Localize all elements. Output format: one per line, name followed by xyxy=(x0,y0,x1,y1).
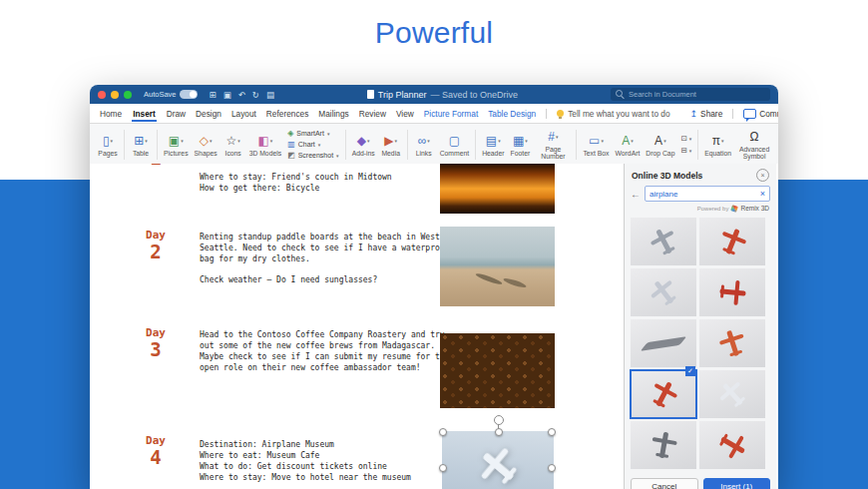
close-panel-icon[interactable]: × xyxy=(756,169,769,182)
ribbon-item-drop-cap[interactable]: A▾ Drop Cap xyxy=(646,133,674,157)
save-icon[interactable]: ▣ xyxy=(223,90,231,100)
tab-design[interactable]: Design xyxy=(196,109,221,119)
resize-handle-n[interactable] xyxy=(495,428,503,436)
tell-me-control[interactable]: Tell me what you want to do xyxy=(557,109,669,119)
chevron-down-icon[interactable]: ▾ xyxy=(336,153,339,159)
ribbon-item-pages[interactable]: ▯▾ Pages xyxy=(98,133,118,157)
day-3-label[interactable]: Day 3 xyxy=(134,327,178,359)
comments-button[interactable]: Comments xyxy=(743,109,778,119)
minimize-window-button[interactable] xyxy=(111,91,119,99)
apps-grid-icon[interactable]: ⊞ xyxy=(210,90,217,100)
back-arrow-icon[interactable]: ← xyxy=(631,189,641,200)
document-canvas[interactable]: Day 1 Where to stay: Friend's couch in M… xyxy=(90,164,624,489)
chevron-down-icon[interactable]: ▾ xyxy=(689,136,692,142)
document-line[interactable]: What to do: Get discount tickets online xyxy=(200,461,451,472)
ribbon-item-media[interactable]: ▶▾ Media xyxy=(381,133,401,157)
tab-mailings[interactable]: Mailings xyxy=(318,109,348,119)
document-paragraph[interactable]: Head to the Contoso Coffee Company Roast… xyxy=(200,329,451,373)
ribbon-item-links[interactable]: ∞▾ Links xyxy=(414,133,434,157)
ribbon-item-wordart[interactable]: A▾ WordArt xyxy=(616,133,641,157)
ribbon-item-3d-models[interactable]: ◧▾ 3D Models xyxy=(249,133,282,157)
share-button[interactable]: ↥ Share xyxy=(690,109,723,119)
ribbon-item-screenshot[interactable]: ◩ Screenshot ▾ xyxy=(287,151,339,160)
chevron-down-icon[interactable]: ▾ xyxy=(631,138,634,144)
chevron-down-icon[interactable]: ▾ xyxy=(327,131,330,137)
tab-insert[interactable]: Insert xyxy=(132,106,157,122)
document-paragraph[interactable]: Renting standup paddle boards at the bea… xyxy=(200,232,451,264)
resize-handle-e[interactable] xyxy=(548,464,556,472)
chevron-down-icon[interactable]: ▾ xyxy=(145,138,148,144)
model-tile-7-selected[interactable]: ✓ xyxy=(631,370,696,418)
ribbon-item-header[interactable]: ▤▾ Header xyxy=(482,133,504,157)
resize-handle-ne[interactable] xyxy=(548,428,556,436)
clear-search-icon[interactable]: × xyxy=(760,190,765,199)
day-4-text[interactable]: Destination: Airplane Museum Where to ea… xyxy=(200,439,451,483)
tab-home[interactable]: Home xyxy=(100,109,122,119)
document-line[interactable]: Where to stay: Friend's couch in Midtown xyxy=(200,172,451,183)
ribbon-item-advanced-symbol[interactable]: Ω Advanced Symbol xyxy=(737,129,771,160)
chevron-down-icon[interactable]: ▾ xyxy=(367,138,370,144)
ribbon-item-pictures[interactable]: ▣▾ Pictures xyxy=(164,133,189,157)
redo-icon[interactable]: ↻ xyxy=(252,90,259,100)
ribbon-item-add-ins[interactable]: ◆▾ Add-ins xyxy=(352,133,375,157)
document-line[interactable]: How to get there: Bicycle xyxy=(200,183,451,194)
model-tile-3[interactable] xyxy=(631,268,696,316)
autosave-toggle[interactable] xyxy=(180,90,198,99)
model-tile-4[interactable] xyxy=(699,268,765,316)
chevron-down-icon[interactable]: ▾ xyxy=(525,138,528,144)
chevron-down-icon[interactable]: ▾ xyxy=(427,138,430,144)
model-tile-5[interactable] xyxy=(631,319,696,367)
tab-review[interactable]: Review xyxy=(359,109,386,119)
chevron-down-icon[interactable]: ▾ xyxy=(601,138,604,144)
autosave-control[interactable]: AutoSave xyxy=(144,90,198,99)
tab-picture-format[interactable]: Picture Format xyxy=(424,109,478,119)
chevron-down-icon[interactable]: ▾ xyxy=(210,138,213,144)
ribbon-item-icons[interactable]: ☆▾ Icons xyxy=(223,133,243,157)
tab-table-design[interactable]: Table Design xyxy=(488,109,536,119)
print-icon[interactable]: ▤ xyxy=(266,90,274,100)
tab-layout[interactable]: Layout xyxy=(231,109,256,119)
chevron-down-icon[interactable]: ▾ xyxy=(721,138,724,144)
day-1-text[interactable]: Where to stay: Friend's couch in Midtown… xyxy=(200,172,451,194)
airplane-photo[interactable] xyxy=(442,431,554,489)
tab-references[interactable]: References xyxy=(266,109,308,119)
model-tile-1[interactable] xyxy=(631,218,696,265)
day-1-label[interactable]: Day 1 xyxy=(134,164,178,168)
model-tile-10[interactable] xyxy=(699,421,765,469)
chevron-down-icon[interactable]: ▾ xyxy=(318,142,321,148)
ribbon-item-chart[interactable]: ▥ Chart ▾ xyxy=(287,140,339,149)
model-tile-8[interactable] xyxy=(699,370,765,418)
model-tile-6[interactable] xyxy=(699,319,765,367)
chevron-down-icon[interactable]: ▾ xyxy=(237,138,240,144)
ribbon-item-comment[interactable]: ▢ Comment xyxy=(440,133,469,157)
tab-draw[interactable]: Draw xyxy=(167,109,186,119)
day-3-text[interactable]: Head to the Contoso Coffee Company Roast… xyxy=(200,329,451,373)
model-search-box[interactable]: × xyxy=(645,186,770,202)
ribbon-mini-button[interactable]: ⊡▾ xyxy=(680,134,691,143)
resize-handle-w[interactable] xyxy=(439,464,447,472)
beach-photo[interactable] xyxy=(440,227,555,306)
rotate-handle[interactable] xyxy=(494,415,504,425)
undo-icon[interactable]: ↶ xyxy=(238,90,245,100)
chevron-down-icon[interactable]: ▾ xyxy=(498,138,501,144)
tile-checkbox-checked[interactable]: ✓ xyxy=(685,366,695,376)
document-line[interactable]: Where to eat: Museum Cafe xyxy=(200,450,451,461)
chevron-down-icon[interactable]: ▾ xyxy=(663,138,666,144)
document-line[interactable]: Where to stay: Move to hotel near the mu… xyxy=(200,472,451,483)
ribbon-item-footer[interactable]: ▦▾ Footer xyxy=(510,133,530,157)
model-search-input[interactable] xyxy=(650,190,757,199)
tab-view[interactable]: View xyxy=(396,109,414,119)
search-in-document-field[interactable]: Search in Document xyxy=(611,88,770,101)
day-4-label[interactable]: Day 4 xyxy=(134,435,178,467)
document-paragraph[interactable]: Check weather – Do I need sunglasses? xyxy=(200,274,451,285)
ribbon-mini-button[interactable]: ⊟▾ xyxy=(680,146,691,155)
ribbon-item-page-number[interactable]: #▾ Page Number xyxy=(536,129,570,160)
chevron-down-icon[interactable]: ▾ xyxy=(181,138,184,144)
concert-photo[interactable] xyxy=(440,164,555,214)
ribbon-item-text-box[interactable]: ▭▾ Text Box xyxy=(583,133,609,157)
resize-handle-nw[interactable] xyxy=(439,428,447,436)
cancel-button[interactable]: Cancel xyxy=(631,478,698,489)
chevron-down-icon[interactable]: ▾ xyxy=(111,138,114,144)
zoom-window-button[interactable] xyxy=(124,91,132,99)
chevron-down-icon[interactable]: ▾ xyxy=(395,138,398,144)
